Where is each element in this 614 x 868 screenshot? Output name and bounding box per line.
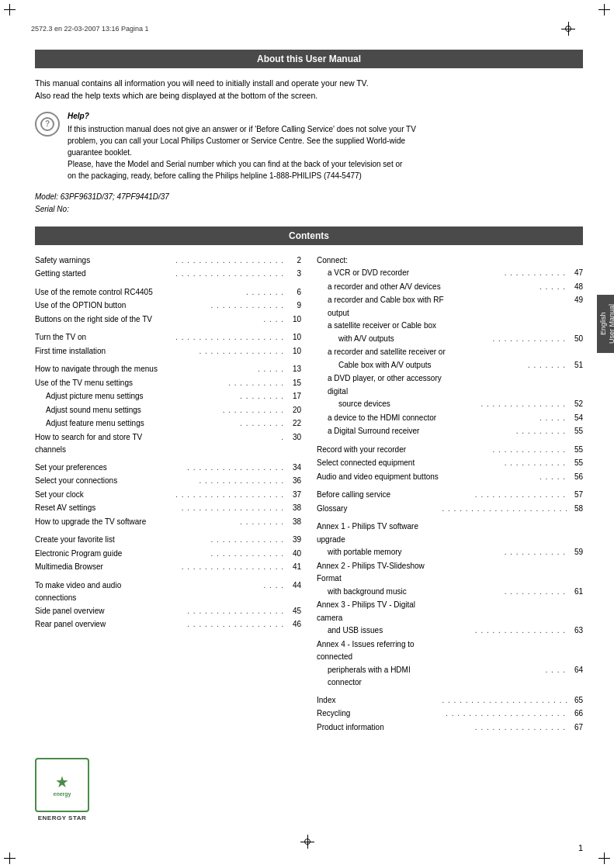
toc-entry: a VCR or DVD recorder . . . . . . . . . …: [317, 267, 583, 281]
toc-entry: Connect:: [317, 254, 583, 268]
energy-star-star-icon: ★: [55, 774, 69, 790]
toc-entry: Select connected equipment . . . . . . .…: [317, 457, 583, 471]
toc-entry: Getting started . . . . . . . . . . . . …: [35, 268, 301, 282]
toc-container: Safety warnings . . . . . . . . . . . . …: [35, 254, 583, 735]
corner-mark-br: [598, 852, 610, 864]
toc-entry: a recorder and other A/V devices . . . .…: [317, 281, 583, 295]
toc-entry: How to navigate through the menus . . . …: [35, 363, 301, 377]
toc-entry: a recorder and Cable box with RF output …: [317, 294, 583, 320]
toc-entry: Recycling . . . . . . . . . . . . . . . …: [317, 707, 583, 721]
toc-entry: Glossary . . . . . . . . . . . . . . . .…: [317, 503, 583, 517]
toc-entry: a satellite receiver or Cable box: [317, 320, 583, 333]
about-header: About this User Manual: [35, 50, 583, 68]
intro-text: This manual contains all information you…: [35, 78, 583, 102]
energy-star-logo: ★ energy: [35, 758, 89, 812]
toc-entry: Audio and video equipment buttons . . . …: [317, 471, 583, 485]
toc-entry: Annex 4 - Issues referring to connected: [317, 638, 583, 664]
toc-entry: Create your favorite list . . . . . . . …: [35, 534, 301, 548]
toc-entry: Index . . . . . . . . . . . . . . . . . …: [317, 694, 583, 708]
page-number: 1: [578, 843, 583, 852]
help-icon: ?: [35, 112, 60, 137]
energy-star-label: ENERGY STAR: [38, 814, 87, 821]
toc-entry: Use of the OPTION button . . . . . . . .…: [35, 299, 301, 313]
toc-entry: Cable box with A/V outputs . . . . . . .…: [317, 359, 583, 373]
toc-entry: with A/V outputs . . . . . . . . . . . .…: [317, 333, 583, 347]
toc-entry: Buttons on the right side of the TV . . …: [35, 313, 301, 327]
help-icon-inner: ?: [40, 117, 54, 131]
toc-entry: with background music . . . . . . . . . …: [317, 586, 583, 600]
toc-entry: Adjust sound menu settings . . . . . . .…: [35, 404, 301, 418]
toc-entry: a device to the HDMI connector . . . . .…: [317, 412, 583, 426]
toc-entry: Side panel overview . . . . . . . . . . …: [35, 605, 301, 619]
toc-entry: a Digital Surround receiver . . . . . . …: [317, 425, 583, 439]
main-content: About this User Manual This manual conta…: [0, 50, 614, 821]
toc-entry: How to upgrade the TV software . . . . .…: [35, 516, 301, 530]
toc-entry: Annex 1 - Philips TV software upgrade: [317, 520, 583, 546]
corner-mark-tl: [4, 4, 16, 16]
toc-entry: Before calling service . . . . . . . . .…: [317, 489, 583, 503]
toc-entry: Use of the remote control RC4405 . . . .…: [35, 286, 301, 300]
toc-entry: source devices . . . . . . . . . . . . .…: [317, 398, 583, 412]
print-header: 2572.3 en 22-03-2007 13:16 Pagina 1: [0, 16, 614, 42]
registration-cross: [561, 22, 575, 36]
toc-entry: with portable memory . . . . . . . . . .…: [317, 546, 583, 560]
toc-entry: Set your preferences . . . . . . . . . .…: [35, 462, 301, 475]
help-box: ? Help? If this instruction manual does …: [35, 110, 583, 182]
toc-entry: Turn the TV on . . . . . . . . . . . . .…: [35, 331, 301, 345]
toc-entry: peripherals with a HDMI connector . . . …: [317, 664, 583, 690]
corner-mark-tr: [598, 4, 610, 16]
toc-entry: Adjust picture menu settings . . . . . .…: [35, 390, 301, 404]
toc-entry: Reset AV settings . . . . . . . . . . . …: [35, 502, 301, 516]
page: 2572.3 en 22-03-2007 13:16 Pagina 1 Abou…: [0, 0, 614, 868]
toc-entry: Record with your recorder . . . . . . . …: [317, 444, 583, 458]
toc-entry: Annex 2 - Philips TV-Slideshow Format: [317, 560, 583, 586]
toc-entry: Multimedia Browser . . . . . . . . . . .…: [35, 561, 301, 575]
toc-entry: a recorder and satellite receiver or: [317, 346, 583, 359]
toc-left-col: Safety warnings . . . . . . . . . . . . …: [35, 254, 301, 735]
toc-entry: Use of the TV menu settings . . . . . . …: [35, 377, 301, 391]
side-tab: English User Manual: [597, 295, 614, 353]
toc-entry: First time installation . . . . . . . . …: [35, 345, 301, 359]
model-info: Model: 63PF9631D/37; 47PF9441D/37 Serial…: [35, 191, 583, 216]
toc-entry: Select your connections . . . . . . . . …: [35, 475, 301, 489]
toc-entry: a DVD player, or other accessory digital: [317, 372, 583, 398]
toc-entry: To make video and audio connections . . …: [35, 579, 301, 605]
toc-entry: Safety warnings . . . . . . . . . . . . …: [35, 254, 301, 268]
energy-star-brand-text: energy: [54, 791, 71, 797]
toc-entry: Annex 3 - Philips TV - Digital camera: [317, 599, 583, 624]
toc-entry: Adjust feature menu settings . . . . . .…: [35, 417, 301, 431]
help-text-content: Help? If this instruction manual does no…: [68, 110, 416, 182]
corner-mark-bl: [4, 852, 16, 864]
contents-header: Contents: [35, 227, 583, 245]
toc-entry: Set your clock . . . . . . . . . . . . .…: [35, 489, 301, 503]
toc-entry: How to search for and store TV channels …: [35, 431, 301, 457]
toc-entry: Product information . . . . . . . . . . …: [317, 721, 583, 735]
bottom-registration-cross: [300, 835, 314, 849]
toc-entry: Electronic Program guide . . . . . . . .…: [35, 548, 301, 562]
toc-entry: and USB issues . . . . . . . . . . . . .…: [317, 624, 583, 638]
toc-right-col: Connect: a VCR or DVD recorder . . . . .…: [317, 254, 583, 735]
toc-entry: Rear panel overview . . . . . . . . . . …: [35, 618, 301, 632]
energy-star-section: ★ energy ENERGY STAR: [35, 758, 583, 821]
